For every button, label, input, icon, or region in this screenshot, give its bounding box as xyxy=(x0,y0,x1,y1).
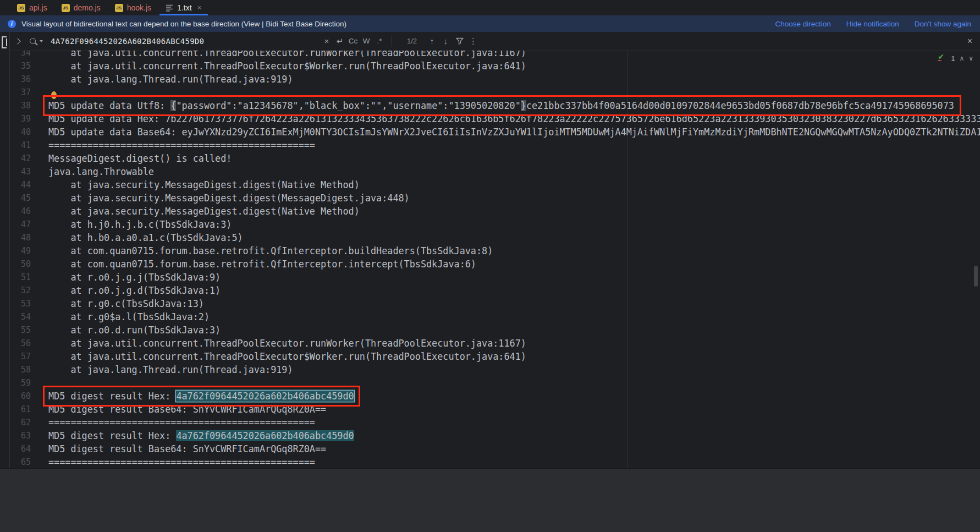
newline-icon[interactable]: ↵ xyxy=(333,36,346,46)
chevron-down-icon xyxy=(40,40,43,42)
editor-line[interactable]: 64MD5 digest result Base64: SnYvCWRFICam… xyxy=(10,442,980,456)
line-number: 42 xyxy=(10,152,31,165)
previous-match-icon[interactable]: ↑ xyxy=(425,36,439,46)
editor-line[interactable]: 60MD5 digest result Hex: 4a762f096445202… xyxy=(10,390,980,403)
editor-line[interactable]: 41======================================… xyxy=(10,139,980,152)
line-number: 60 xyxy=(10,390,31,403)
match-count: 1/2 xyxy=(399,37,425,45)
editor-line[interactable]: 51 at r.o0.j.g.j(TbsSdkJava:9) xyxy=(10,271,980,284)
line-text: MD5 digest result Base64: SnYvCWRFICamAr… xyxy=(48,442,326,456)
editor-line[interactable]: 44 at java.security.MessageDigest.digest… xyxy=(10,178,980,191)
editor-line[interactable]: 47 at h.j0.h.j.b.c(TbsSdkJava:3) xyxy=(10,218,980,231)
editor-tab-bar: JS api.js JS demo.js JS hook.js 1.txt × xyxy=(0,0,980,15)
filter-icon[interactable] xyxy=(453,37,466,46)
editor-line[interactable]: 53 at r.g0.c(TbsSdkJava:13) xyxy=(10,297,980,310)
line-text: at r.g0.c(TbsSdkJava:13) xyxy=(48,297,204,310)
error-squiggle-icon: ~ xyxy=(937,57,942,65)
line-text: MD5 digest result Hex: 4a762f0964452026a… xyxy=(48,429,354,442)
left-tool-stripe xyxy=(0,32,10,468)
inspection-widget: ✔ ~ 1 ∧ ∨ xyxy=(938,53,973,63)
editor-line[interactable]: 43java.lang.Throwable xyxy=(10,165,980,178)
editor-line[interactable]: 40MD5 update data Base64: eyJwYXNzd29yZC… xyxy=(10,125,980,139)
line-number: 58 xyxy=(10,363,31,376)
tab-label: hook.js xyxy=(127,3,151,12)
line-number: 44 xyxy=(10,178,31,191)
regex-toggle[interactable]: .* xyxy=(373,37,386,45)
editor-line[interactable]: 58 at java.lang.Thread.run(Thread.java:9… xyxy=(10,363,980,376)
editor-line[interactable]: 63MD5 digest result Hex: 4a762f096445202… xyxy=(10,429,980,442)
line-text: at r.g0$a.l(TbsSdkJava:2) xyxy=(48,310,210,323)
line-number: 35 xyxy=(10,59,31,73)
editor-line[interactable]: 65======================================… xyxy=(10,456,980,468)
line-number: 38 xyxy=(10,99,31,112)
line-number: 47 xyxy=(10,218,31,231)
tab-close-icon[interactable]: × xyxy=(197,4,202,12)
tab-demo-js[interactable]: JS demo.js xyxy=(54,0,108,15)
editor-line[interactable]: 48 at h.b0.a.a0.a1.c(TbsSdkJava:5) xyxy=(10,231,980,244)
line-text: MessageDigest.digest() is called! xyxy=(48,152,232,165)
problem-count: 1 xyxy=(951,54,955,63)
next-match-icon[interactable]: ↓ xyxy=(439,36,453,46)
words-toggle[interactable]: W xyxy=(360,37,373,45)
tab-hook-js[interactable]: JS hook.js xyxy=(108,0,158,15)
line-number: 34 xyxy=(10,51,31,59)
line-text: ========================================… xyxy=(48,456,315,468)
search-input[interactable] xyxy=(49,36,320,46)
line-text: at h.b0.a.a0.a1.c(TbsSdkJava:5) xyxy=(48,231,243,244)
editor[interactable]: 34 at java.util.concurrent.ThreadPoolExe… xyxy=(10,51,980,468)
line-text: at java.util.concurrent.ThreadPoolExecut… xyxy=(48,350,526,363)
next-problem-icon[interactable]: ∨ xyxy=(968,54,973,62)
js-file-icon: JS xyxy=(115,4,123,12)
editor-line[interactable]: 35 at java.util.concurrent.ThreadPoolExe… xyxy=(10,59,980,73)
choose-direction-link[interactable]: Choose direction xyxy=(775,20,830,28)
hide-notification-link[interactable]: Hide notification xyxy=(846,20,899,28)
previous-problem-icon[interactable]: ∧ xyxy=(959,54,964,62)
editor-line[interactable]: 50 at com.quan0715.forum.base.retrofit.Q… xyxy=(10,257,980,271)
js-file-icon: JS xyxy=(17,4,25,12)
editor-line[interactable]: 36 at java.lang.Thread.run(Thread.java:9… xyxy=(10,73,980,86)
close-search-icon[interactable]: × xyxy=(967,36,972,46)
editor-line[interactable]: 61MD5 digest result Base64: SnYvCWRFICam… xyxy=(10,403,980,416)
editor-line[interactable]: 62======================================… xyxy=(10,416,980,429)
line-number: 52 xyxy=(10,284,31,297)
editor-line[interactable]: 54 at r.g0$a.l(TbsSdkJava:2) xyxy=(10,310,980,323)
line-number: 62 xyxy=(10,416,31,429)
tab-api-js[interactable]: JS api.js xyxy=(10,0,54,15)
editor-line[interactable]: 55 at r.o0.d.run(TbsSdkJava:3) xyxy=(10,323,980,337)
bidi-notification-banner: i Visual layout of bidirectional text ca… xyxy=(0,15,980,32)
expand-search-chevron-icon[interactable] xyxy=(14,38,20,44)
tab-1-txt[interactable]: 1.txt × xyxy=(158,0,209,15)
scrollbar-thumb[interactable] xyxy=(974,266,978,287)
line-text: at java.security.MessageDigest.digest(Na… xyxy=(48,205,360,218)
editor-line[interactable]: 57 at java.util.concurrent.ThreadPoolExe… xyxy=(10,350,980,363)
line-text: MD5 update data Hex: 7b2270617373776f726… xyxy=(48,112,980,125)
line-text: MD5 digest result Base64: SnYvCWRFICamAr… xyxy=(48,403,326,416)
dont-show-again-link[interactable]: Don't show again xyxy=(915,20,971,28)
editor-line[interactable]: 59 xyxy=(10,376,980,390)
line-text: at h.j0.h.j.b.c(TbsSdkJava:3) xyxy=(48,218,232,231)
search-history-button[interactable] xyxy=(30,38,43,44)
editor-line[interactable]: 52 at r.o0.j.g.d(TbsSdkJava:1) xyxy=(10,284,980,297)
js-file-icon: JS xyxy=(62,4,70,12)
editor-line[interactable]: 39MD5 update data Hex: 7b2270617373776f7… xyxy=(10,112,980,125)
line-number: 59 xyxy=(10,376,31,390)
editor-line[interactable]: 46 at java.security.MessageDigest.digest… xyxy=(10,205,980,218)
editor-line[interactable]: 34 at java.util.concurrent.ThreadPoolExe… xyxy=(10,51,980,59)
clear-search-icon[interactable]: × xyxy=(320,36,333,46)
editor-line[interactable]: 45 at java.security.MessageDigest.digest… xyxy=(10,191,980,205)
tab-label: 1.txt xyxy=(177,3,191,12)
editor-line[interactable]: 37 xyxy=(10,86,980,99)
editor-line[interactable]: 42MessageDigest.digest() is called! xyxy=(10,152,980,165)
line-number: 46 xyxy=(10,205,31,218)
match-case-toggle[interactable]: Cc xyxy=(346,37,360,45)
line-text: at java.lang.Thread.run(Thread.java:919) xyxy=(48,73,293,86)
editor-line[interactable]: 56 at java.util.concurrent.ThreadPoolExe… xyxy=(10,337,980,350)
editor-line[interactable]: 38MD5 update data Utf8: {"password":"a12… xyxy=(10,99,980,112)
line-text: at r.o0.j.g.j(TbsSdkJava:9) xyxy=(48,271,221,284)
line-text: ========================================… xyxy=(48,139,315,152)
line-number: 51 xyxy=(10,271,31,284)
line-text: ========================================… xyxy=(48,416,315,429)
editor-line[interactable]: 49 at com.quan0715.forum.base.retrofit.Q… xyxy=(10,244,980,257)
more-options-icon[interactable]: ⋮ xyxy=(466,36,480,46)
line-number: 56 xyxy=(10,337,31,350)
